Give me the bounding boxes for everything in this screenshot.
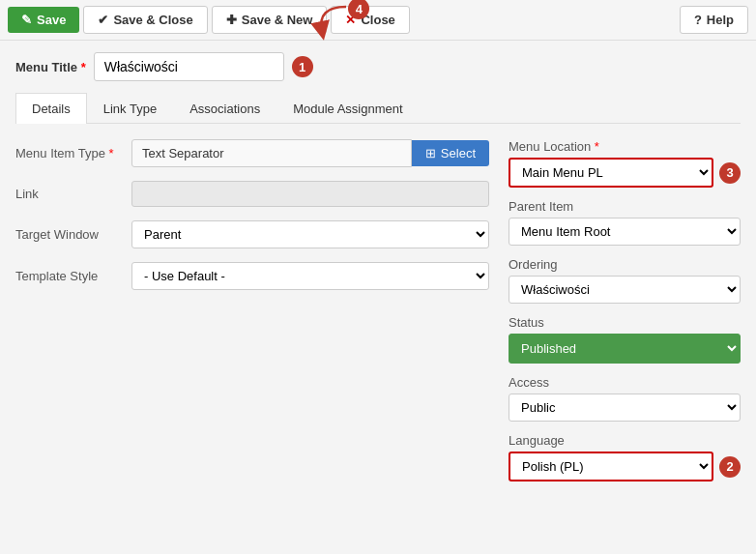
- access-section: Access Public: [509, 375, 741, 422]
- save-close-label: Save & Close: [113, 13, 192, 27]
- template-style-label: Template Style: [15, 269, 131, 283]
- annotation-badge-1: 1: [292, 56, 313, 77]
- template-style-control: - Use Default -: [131, 262, 489, 290]
- save-button[interactable]: ✎ Save: [8, 7, 79, 33]
- menu-location-select[interactable]: Main Menu PL: [509, 158, 713, 188]
- annotation-badge-2: 2: [719, 456, 741, 478]
- target-window-control: Parent: [131, 220, 489, 248]
- language-label: Language: [509, 433, 741, 448]
- question-icon: ?: [694, 13, 702, 27]
- status-label: Status: [509, 315, 741, 330]
- ordering-section: Ordering Właściwości: [509, 257, 741, 304]
- right-panel: Menu Location * Main Menu PL 3 Parent It…: [509, 139, 741, 493]
- parent-item-section: Parent Item Menu Item Root: [509, 199, 741, 246]
- menu-item-type-control: Text Separator ⊞ Select: [131, 139, 489, 167]
- save-new-label: Save & New: [242, 13, 313, 27]
- menu-item-type-row: Menu Item Type * Text Separator ⊞ Select: [15, 139, 489, 167]
- status-select[interactable]: Published: [509, 334, 741, 364]
- language-select[interactable]: Polish (PL): [509, 452, 713, 481]
- check-icon: ✔: [98, 13, 108, 27]
- annotation-badge-3: 3: [719, 162, 741, 184]
- template-style-select[interactable]: - Use Default -: [131, 262, 489, 290]
- menu-item-type-display: Text Separator: [131, 139, 412, 167]
- toolbar: ✎ Save ✔ Save & Close ✚ Save & New: [0, 0, 756, 41]
- menu-title-row: Menu Title * 1: [15, 52, 741, 81]
- target-window-row: Target Window Parent: [15, 220, 489, 248]
- menu-location-label: Menu Location *: [509, 139, 741, 154]
- menu-title-label: Menu Title *: [15, 60, 86, 74]
- tab-module-assignment[interactable]: Module Assignment: [276, 93, 419, 124]
- link-control: [131, 181, 489, 207]
- tab-details[interactable]: Details: [15, 93, 87, 124]
- parent-item-label: Parent Item: [509, 199, 741, 214]
- save-new-button[interactable]: ✚ Save & New: [212, 6, 328, 34]
- status-section: Status Published: [509, 315, 741, 364]
- access-select[interactable]: Public: [509, 394, 741, 422]
- ordering-label: Ordering: [509, 257, 741, 272]
- save-icon: ✎: [21, 13, 32, 27]
- language-section: Language Polish (PL) 2: [509, 433, 741, 481]
- access-label: Access: [509, 375, 741, 390]
- required-marker: *: [81, 60, 86, 74]
- help-button[interactable]: ? Help: [680, 6, 748, 34]
- plus-icon: ✚: [226, 13, 237, 27]
- grid-icon: ⊞: [425, 146, 436, 160]
- save-label: Save: [37, 13, 66, 27]
- tab-link-type[interactable]: Link Type: [87, 93, 173, 124]
- content-area: Menu Title * 1 Details Link Type Associa…: [0, 41, 756, 505]
- close-button[interactable]: ✕ Close: [331, 6, 409, 34]
- main-content: Menu Item Type * Text Separator ⊞ Select: [15, 139, 741, 493]
- help-label: Help: [707, 13, 734, 27]
- target-window-select[interactable]: Parent: [131, 220, 489, 248]
- parent-item-select[interactable]: Menu Item Root: [509, 218, 741, 246]
- menu-location-section: Menu Location * Main Menu PL 3: [509, 139, 741, 188]
- link-row: Link: [15, 181, 489, 207]
- template-style-row: Template Style - Use Default -: [15, 262, 489, 290]
- menu-title-input[interactable]: [94, 52, 284, 81]
- left-panel: Menu Item Type * Text Separator ⊞ Select: [15, 139, 489, 493]
- target-window-label: Target Window: [15, 227, 131, 242]
- select-button[interactable]: ⊞ Select: [412, 140, 489, 166]
- link-input[interactable]: [131, 181, 489, 207]
- save-close-button[interactable]: ✔ Save & Close: [83, 6, 207, 34]
- link-label: Link: [15, 187, 131, 201]
- ordering-select[interactable]: Właściwości: [509, 276, 741, 304]
- menu-item-type-label: Menu Item Type *: [15, 146, 131, 160]
- tabs-container: Details Link Type Associations Module As…: [15, 93, 741, 124]
- tab-associations[interactable]: Associations: [173, 93, 276, 124]
